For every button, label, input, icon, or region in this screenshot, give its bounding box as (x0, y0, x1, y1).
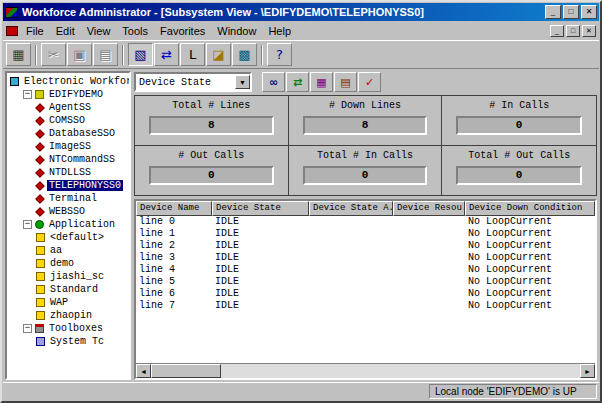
chart-button[interactable]: ▦ (310, 72, 333, 92)
horizontal-scrollbar[interactable]: ◄ ► (136, 363, 595, 378)
tree-item-jiashi-sc[interactable]: jiashi_sc (7, 270, 129, 283)
table-cell (309, 264, 393, 276)
table-row[interactable]: line 4IDLENo LoopCurrent (136, 264, 595, 276)
applications-folder-button[interactable]: ◪ (206, 43, 231, 66)
tree-item-application[interactable]: −Application (7, 218, 129, 231)
toolbar-separator (261, 45, 263, 65)
monitor-button[interactable]: ▩ (232, 43, 257, 66)
column-header-device-state-a[interactable]: Device State A... (309, 201, 393, 216)
scroll-right-button[interactable]: ► (580, 364, 595, 378)
table-cell: IDLE (212, 240, 309, 252)
help-button[interactable]: ? (267, 43, 292, 66)
tree-item-standard[interactable]: Standard (7, 283, 129, 296)
stat-value: 0 (456, 116, 582, 135)
table-row[interactable]: line 0IDLENo LoopCurrent (136, 216, 595, 228)
menu-favorites[interactable]: Favorites (154, 23, 211, 39)
menu-tools[interactable]: Tools (116, 23, 154, 39)
app-icon (36, 311, 45, 320)
menu-items: FileEditViewToolsFavoritesWindowHelp (20, 23, 548, 39)
monitor-icon: ▩ (238, 48, 250, 61)
stat-value: 8 (149, 116, 274, 135)
tree-item-label: Electronic Workfor (22, 76, 131, 87)
tree-item-electronic-workfor[interactable]: Electronic Workfor (7, 75, 129, 88)
table-body: line 0IDLENo LoopCurrentline 1IDLENo Loo… (136, 216, 595, 363)
column-header-device-down-condition[interactable]: Device Down Condition (465, 201, 595, 216)
mdi-close-button[interactable]: ✕ (582, 25, 596, 37)
collapse-icon[interactable]: − (23, 90, 32, 99)
tree-item-imagess[interactable]: ImageSS (7, 140, 129, 153)
table-row[interactable]: line 1IDLENo LoopCurrent (136, 228, 595, 240)
table-row[interactable]: line 6IDLENo LoopCurrent (136, 288, 595, 300)
toolbar-separator (122, 45, 124, 65)
tree-item-demo[interactable]: demo (7, 257, 129, 270)
scrollbar-track[interactable] (221, 364, 580, 378)
validate-button[interactable]: ✓ (358, 72, 381, 92)
tree-item-wap[interactable]: WAP (7, 296, 129, 309)
app-icon (36, 233, 45, 242)
tree-item-zhaopin[interactable]: zhaopin (7, 309, 129, 322)
subsystem-icon (35, 181, 45, 191)
tree-item-terminal[interactable]: Terminal (7, 192, 129, 205)
menu-edit[interactable]: Edit (50, 23, 81, 39)
column-header-device-name[interactable]: Device Name (136, 201, 212, 216)
chevron-down-icon[interactable]: ▼ (235, 75, 250, 89)
table-row[interactable]: line 3IDLENo LoopCurrent (136, 252, 595, 264)
menu-help[interactable]: Help (262, 23, 297, 39)
table-row[interactable]: line 7IDLENo LoopCurrent (136, 300, 595, 312)
tree-item-agentss[interactable]: AgentSS (7, 101, 129, 114)
tree-item-aa[interactable]: aa (7, 244, 129, 257)
column-header-device-state[interactable]: Device State (212, 201, 309, 216)
tree-item-label: WAP (48, 297, 70, 308)
close-button[interactable]: ✕ (581, 5, 597, 19)
mdi-window-icon[interactable] (6, 26, 18, 36)
view-toolbar: Device State ▼ ∞⇄▦▤✓ (134, 71, 597, 93)
app-icon (36, 285, 45, 294)
tree-item-ntdllss[interactable]: NTDLLSS (7, 166, 129, 179)
table-cell: line 1 (136, 228, 212, 240)
tree-item-default[interactable]: <default> (7, 231, 129, 244)
tree-item-label: COMSSO (47, 115, 87, 126)
view-selector[interactable]: Device State ▼ (134, 72, 252, 92)
collapse-icon[interactable]: − (23, 324, 32, 333)
column-header-device-resou[interactable]: Device Resou... (393, 201, 465, 216)
mdi-window-controls: _□✕ (548, 25, 596, 37)
tree-item-label: Standard (48, 284, 100, 295)
tree-item-databasesso[interactable]: DatabaseSSO (7, 127, 129, 140)
menu-view[interactable]: View (81, 23, 117, 39)
tree-item-label: DatabaseSSO (47, 128, 117, 139)
tree-item-label: WEBSSO (47, 206, 87, 217)
subsystem-icon (35, 168, 45, 178)
refresh-view-button[interactable]: ⇄ (286, 72, 309, 92)
table-cell (393, 228, 465, 240)
minimize-button[interactable]: _ (545, 5, 561, 19)
menu-window[interactable]: Window (211, 23, 262, 39)
tree-item-ntcommandss[interactable]: NTCommandSS (7, 153, 129, 166)
print-button[interactable]: ▤ (334, 72, 357, 92)
new-button[interactable]: ▦ (6, 43, 31, 66)
scrollbar-thumb[interactable] (151, 364, 221, 378)
log-view-button[interactable]: L (180, 43, 205, 66)
mdi-restore-button[interactable]: □ (566, 25, 580, 37)
subsystem-view-button[interactable]: ▧ (128, 43, 153, 66)
tree-item-label: NTDLLSS (47, 167, 93, 178)
tree-item-edifydemo[interactable]: −EDIFYDEMO (7, 88, 129, 101)
table-cell: line 3 (136, 252, 212, 264)
menu-file[interactable]: File (20, 23, 50, 39)
table-row[interactable]: line 2IDLENo LoopCurrent (136, 240, 595, 252)
tree-item-telephonyss0[interactable]: TELEPHONYSS0 (7, 179, 129, 192)
table-cell (393, 300, 465, 312)
refresh-button[interactable]: ⇄ (154, 43, 179, 66)
table-row[interactable]: line 5IDLENo LoopCurrent (136, 276, 595, 288)
scroll-left-button[interactable]: ◄ (136, 364, 151, 378)
tree-item-toolboxes[interactable]: −Toolboxes (7, 322, 129, 335)
tree-item-label: AgentSS (47, 102, 93, 113)
tree-item-comsso[interactable]: COMSSO (7, 114, 129, 127)
tree-item-system-tc[interactable]: System Tc (7, 335, 129, 348)
mdi-minimize-button[interactable]: _ (550, 25, 564, 37)
find-button[interactable]: ∞ (262, 72, 285, 92)
tree-item-websso[interactable]: WEBSSO (7, 205, 129, 218)
collapse-icon[interactable]: − (23, 220, 32, 229)
table-cell (393, 216, 465, 228)
menu-bar: FileEditViewToolsFavoritesWindowHelp _□✕ (3, 21, 599, 40)
maximize-button[interactable]: □ (563, 5, 579, 19)
